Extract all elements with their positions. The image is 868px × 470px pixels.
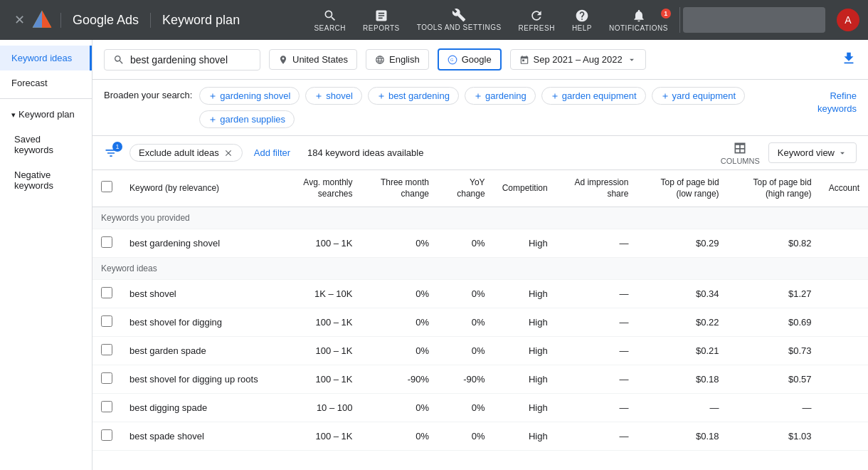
toolbar-right: COLUMNS Keyword view bbox=[721, 141, 857, 165]
keyword-search-box[interactable] bbox=[104, 49, 260, 70]
app-name: Google Ads bbox=[60, 13, 139, 28]
sidebar: Keyword ideas Forecast ▾Keyword plan Sav… bbox=[0, 40, 92, 470]
select-all-checkbox[interactable] bbox=[101, 181, 112, 192]
chip-garden-equipment[interactable]: garden equipment bbox=[541, 87, 646, 105]
nav-reports[interactable]: Reports bbox=[354, 9, 408, 32]
nav-search[interactable]: Search bbox=[305, 9, 354, 32]
col-header-account: Account bbox=[820, 170, 868, 207]
chip-gardening-shovel[interactable]: gardening shovel bbox=[199, 87, 300, 105]
cell-account bbox=[820, 365, 868, 394]
cell-topLow: — bbox=[637, 394, 727, 422]
exclude-adult-chip[interactable]: Exclude adult ideas bbox=[129, 144, 243, 162]
cell-adImpression: — bbox=[556, 229, 637, 258]
cell-keyword: best garden spade bbox=[121, 337, 277, 365]
columns-icon bbox=[733, 141, 747, 155]
cell-adImpression: — bbox=[556, 394, 637, 422]
row-checkbox[interactable] bbox=[101, 236, 112, 248]
chip-best-gardening[interactable]: best gardening bbox=[368, 87, 459, 105]
chip-shovel[interactable]: shovel bbox=[305, 87, 362, 105]
avatar[interactable]: A bbox=[837, 9, 859, 31]
cell-account bbox=[820, 280, 868, 308]
nav-refresh-label: Refresh bbox=[519, 24, 555, 32]
cell-threeMonth: -90% bbox=[361, 365, 438, 394]
svg-marker-1 bbox=[42, 11, 51, 28]
chip-gardening[interactable]: gardening bbox=[465, 87, 536, 105]
sidebar-item-keyword-plan[interactable]: ▾Keyword plan bbox=[0, 102, 92, 127]
cell-account bbox=[820, 394, 868, 422]
col-header-checkbox[interactable] bbox=[92, 170, 121, 207]
columns-label: COLUMNS bbox=[721, 157, 760, 165]
row-checkbox[interactable] bbox=[101, 429, 112, 441]
language-filter[interactable]: English bbox=[366, 49, 429, 70]
date-filter[interactable]: Sep 2021 – Aug 2022 bbox=[510, 49, 646, 70]
cell-yoy: -90% bbox=[438, 365, 494, 394]
cell-yoy: 0% bbox=[438, 229, 494, 258]
cell-yoy: 0% bbox=[438, 280, 494, 308]
sidebar-item-negative-keywords[interactable]: Negative keywords bbox=[0, 162, 92, 198]
cell-threeMonth: 0% bbox=[361, 308, 438, 337]
add-filter-button[interactable]: Add filter bbox=[254, 147, 290, 158]
close-icon[interactable]: ✕ bbox=[9, 12, 31, 28]
cell-topHigh: — bbox=[728, 394, 820, 422]
close-icon[interactable] bbox=[223, 148, 233, 158]
sidebar-item-saved-keywords[interactable]: Saved keywords bbox=[0, 127, 92, 162]
cell-topHigh: $1.03 bbox=[728, 422, 820, 451]
col-header-keyword: Keyword (by relevance) bbox=[121, 170, 277, 207]
chevron-down-icon: ▾ bbox=[11, 110, 16, 119]
nav-tools[interactable]: Tools and Settings bbox=[408, 8, 510, 32]
sidebar-item-forecast[interactable]: Forecast bbox=[0, 70, 92, 95]
row-checkbox[interactable] bbox=[101, 372, 112, 384]
nav-reports-label: Reports bbox=[363, 24, 400, 32]
cell-avgMonthly: 100 – 1K bbox=[277, 308, 361, 337]
filter-funnel[interactable]: 1 bbox=[104, 146, 118, 160]
exclude-adult-label: Exclude adult ideas bbox=[139, 147, 219, 158]
chip-garden-supplies[interactable]: garden supplies bbox=[199, 110, 295, 128]
svg-text:G: G bbox=[450, 58, 454, 62]
cell-topHigh: $0.57 bbox=[728, 365, 820, 394]
add-icon bbox=[208, 92, 217, 100]
nav-notifications-label: Notifications bbox=[609, 24, 668, 32]
nav-help[interactable]: Help bbox=[563, 9, 600, 32]
cell-topHigh: $0.69 bbox=[728, 308, 820, 337]
download-button[interactable] bbox=[841, 51, 857, 68]
broaden-bar: Broaden your search: gardening shovel sh… bbox=[92, 80, 868, 136]
add-icon bbox=[314, 92, 323, 100]
row-checkbox[interactable] bbox=[101, 315, 112, 327]
cell-topLow: $0.22 bbox=[637, 308, 727, 337]
add-icon bbox=[208, 115, 217, 124]
add-icon bbox=[661, 92, 669, 100]
cell-threeMonth: 0% bbox=[361, 422, 438, 451]
cell-account bbox=[820, 229, 868, 258]
chip-yard-equipment[interactable]: yard equipment bbox=[652, 87, 746, 105]
top-search-input[interactable] bbox=[690, 15, 818, 26]
keyword-table-container[interactable]: Keyword (by relevance) Avg. monthly sear… bbox=[92, 170, 868, 470]
cell-yoy: 0% bbox=[438, 394, 494, 422]
location-filter[interactable]: United States bbox=[269, 49, 357, 70]
cell-account bbox=[820, 337, 868, 365]
section-header-row: Keyword ideas bbox=[92, 258, 868, 280]
chevron-down-icon bbox=[627, 55, 637, 65]
nav-search-label: Search bbox=[314, 24, 346, 32]
col-header-ad-impression: Ad impression share bbox=[556, 170, 637, 207]
broaden-label: Broaden your search: bbox=[104, 87, 192, 100]
cell-threeMonth: 0% bbox=[361, 280, 438, 308]
col-header-top-high: Top of page bid (high range) bbox=[728, 170, 820, 207]
nav-refresh[interactable]: Refresh bbox=[510, 9, 563, 32]
sidebar-item-keyword-ideas[interactable]: Keyword ideas bbox=[0, 46, 92, 70]
row-checkbox[interactable] bbox=[101, 287, 112, 298]
top-search-bar[interactable] bbox=[683, 7, 825, 33]
cell-topLow: $0.18 bbox=[637, 365, 727, 394]
keyword-view-button[interactable]: Keyword view bbox=[768, 142, 857, 163]
nav-notifications[interactable]: 1 Notifications bbox=[600, 9, 677, 32]
nav-divider bbox=[679, 7, 680, 33]
cell-avgMonthly: 100 – 1K bbox=[277, 365, 361, 394]
columns-button[interactable]: COLUMNS bbox=[721, 141, 760, 165]
cell-topHigh: $0.82 bbox=[728, 229, 820, 258]
row-checkbox[interactable] bbox=[101, 344, 112, 355]
date-range-label: Sep 2021 – Aug 2022 bbox=[534, 54, 623, 65]
keyword-search-input[interactable] bbox=[130, 54, 244, 66]
row-checkbox[interactable] bbox=[101, 401, 112, 412]
add-icon bbox=[377, 92, 386, 100]
google-filter[interactable]: G Google bbox=[438, 48, 502, 70]
refine-keywords-button[interactable]: Refinekeywords bbox=[817, 87, 857, 115]
